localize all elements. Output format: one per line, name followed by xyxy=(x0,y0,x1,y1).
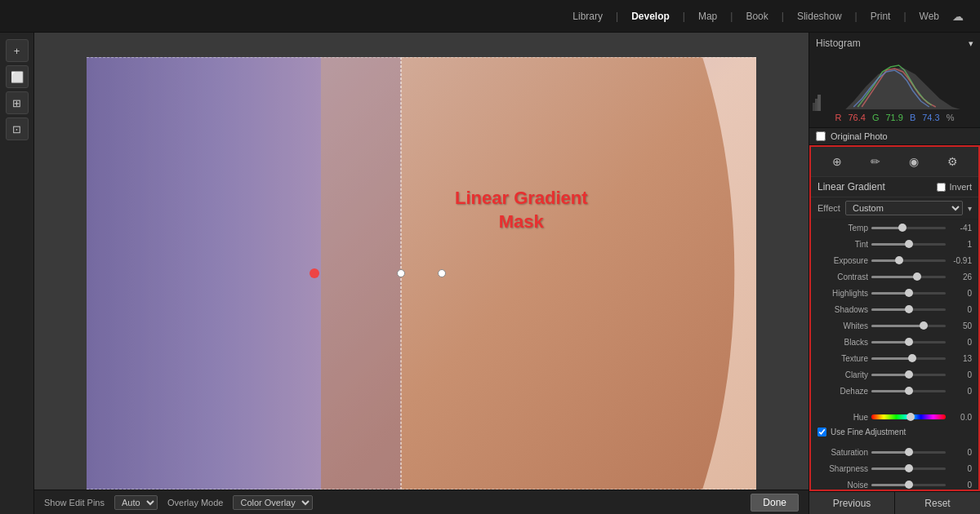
svg-rect-1 xyxy=(815,99,817,111)
hue-slider-row: Hue 0.0 xyxy=(811,409,978,425)
invert-checkbox[interactable] xyxy=(937,183,946,192)
gradient-center-pin[interactable] xyxy=(310,268,319,278)
effect-select[interactable]: Custom xyxy=(845,201,963,215)
nav-web[interactable]: Web xyxy=(920,11,939,22)
slider-value-3: 26 xyxy=(949,273,972,281)
nav-map[interactable]: Map xyxy=(698,11,717,22)
histogram-g-value: 71.9 xyxy=(885,113,902,122)
slider-thumb-10[interactable] xyxy=(905,387,913,395)
slider-thumb-2[interactable] xyxy=(895,256,903,264)
white-balance-tool[interactable]: ⬜ xyxy=(6,65,29,88)
slider-thumb-7[interactable] xyxy=(905,338,913,346)
main-layout: + ⬜ ⊞ ⊡ Linear Gradient Ma xyxy=(0,33,980,514)
gradient-left-point[interactable] xyxy=(397,269,405,277)
slider-track-2[interactable] xyxy=(871,259,946,262)
slider-value-6: 50 xyxy=(949,321,972,330)
original-photo-checkbox[interactable] xyxy=(816,131,826,141)
fine-adjustment-checkbox[interactable] xyxy=(817,428,826,436)
slider-track-1[interactable] xyxy=(871,243,946,246)
cloud-icon: ☁ xyxy=(952,10,964,23)
gradient-right-point[interactable] xyxy=(438,269,446,277)
slider-thumb-5[interactable] xyxy=(905,305,913,313)
histogram-g-label: G xyxy=(872,113,880,122)
show-edit-pins-select[interactable]: Auto xyxy=(114,495,158,510)
slider-row-contrast: Contrast 26 xyxy=(811,268,978,285)
slider-track-extra-12[interactable] xyxy=(871,467,946,470)
overlay-mode-select[interactable]: Color Overlay xyxy=(233,495,313,510)
svg-rect-0 xyxy=(813,103,815,111)
histogram-section: Histogram ▾ xyxy=(809,33,980,128)
slider-thumb-extra-12[interactable] xyxy=(905,464,913,472)
eye-tool-icon[interactable]: ◉ xyxy=(904,152,924,171)
effect-row: Effect Custom ▾ xyxy=(811,197,978,219)
nav-slideshow[interactable]: Slideshow xyxy=(797,11,842,22)
slider-thumb-extra-13[interactable] xyxy=(905,481,913,489)
slider-row-clarity: Clarity 0 xyxy=(811,366,978,383)
effect-label: Effect xyxy=(817,203,840,213)
brush-tool-icon[interactable]: ✏ xyxy=(866,152,885,171)
slider-thumb-3[interactable] xyxy=(913,273,921,281)
histogram-graph xyxy=(813,54,977,111)
crop-tool[interactable]: ⊞ xyxy=(6,91,29,114)
slider-label-2: Exposure xyxy=(817,256,868,265)
slider-thumb-extra-11[interactable] xyxy=(905,448,913,456)
fine-adjustment-row: Use Fine Adjustment xyxy=(811,425,978,439)
slider-thumb-1[interactable] xyxy=(905,240,913,248)
slider-label-10: Dehaze xyxy=(817,387,868,396)
zoom-tool[interactable]: + xyxy=(6,39,29,62)
nav-library[interactable]: Library xyxy=(572,11,603,22)
slider-track-4[interactable] xyxy=(871,292,946,295)
slider-label-1: Tint xyxy=(817,240,868,249)
slider-track-8[interactable] xyxy=(871,357,946,360)
develop-panel: ⊕ ✏ ◉ ⚙ Linear Gradient Invert Effect Cu… xyxy=(809,145,980,491)
heal-tool[interactable]: ⊡ xyxy=(6,117,29,140)
slider-track-7[interactable] xyxy=(871,341,946,343)
slider-track-0[interactable] xyxy=(871,227,946,229)
slider-label-extra-11: Saturation xyxy=(817,448,868,457)
slider-track-extra-11[interactable] xyxy=(871,451,946,454)
linear-gradient-title: Linear Gradient xyxy=(817,181,885,193)
slider-track-extra-13[interactable] xyxy=(871,484,946,486)
slider-label-7: Blacks xyxy=(817,338,868,347)
reset-button[interactable]: Reset xyxy=(895,492,980,514)
slider-value-10: 0 xyxy=(949,387,972,396)
slider-track-6[interactable] xyxy=(871,325,946,327)
histogram-b-label: B xyxy=(910,113,915,122)
slider-row-texture: Texture 13 xyxy=(811,350,978,366)
linear-gradient-header: Linear Gradient Invert xyxy=(811,177,978,197)
slider-label-4: Highlights xyxy=(817,289,868,298)
slider-thumb-9[interactable] xyxy=(905,370,913,379)
done-button[interactable]: Done xyxy=(751,494,799,512)
slider-thumb-0[interactable] xyxy=(898,224,906,232)
bottom-toolbar: Show Edit Pins Auto Overlay Mode Color O… xyxy=(34,490,808,514)
nav-develop[interactable]: Develop xyxy=(631,11,670,22)
mask-tool-icon[interactable]: ⊕ xyxy=(827,152,847,171)
hue-track[interactable] xyxy=(871,414,946,419)
tool-icons-row: ⊕ ✏ ◉ ⚙ xyxy=(811,147,978,177)
slider-track-9[interactable] xyxy=(871,374,946,376)
hue-value: 0.0 xyxy=(949,413,972,422)
slider-label-5: Shadows xyxy=(817,305,868,314)
extra-sliders-container: Saturation 0 Sharpness 0 Noise 0 Moiré xyxy=(811,444,978,491)
nav-print[interactable]: Print xyxy=(871,11,891,22)
hue-thumb[interactable] xyxy=(906,413,915,421)
right-panel: Histogram ▾ xyxy=(808,33,980,514)
slider-thumb-4[interactable] xyxy=(905,289,913,297)
slider-value-extra-11: 0 xyxy=(949,448,972,457)
effect-arrow[interactable]: ▾ xyxy=(968,204,972,213)
slider-row-whites: Whites 50 xyxy=(811,317,978,334)
settings-tool-icon[interactable]: ⚙ xyxy=(942,152,962,171)
slider-track-10[interactable] xyxy=(871,390,946,392)
histogram-header: Histogram ▾ xyxy=(813,36,977,51)
slider-row-highlights: Highlights 0 xyxy=(811,285,978,301)
slider-label-extra-13: Noise xyxy=(817,481,868,490)
nav-book[interactable]: Book xyxy=(746,11,768,22)
slider-value-9: 0 xyxy=(949,370,972,379)
previous-button[interactable]: Previous xyxy=(809,492,895,514)
slider-track-3[interactable] xyxy=(871,276,946,278)
slider-thumb-6[interactable] xyxy=(920,321,928,330)
histogram-expand-icon[interactable]: ▾ xyxy=(969,38,973,49)
slider-track-5[interactable] xyxy=(871,308,946,311)
original-photo-label: Original Photo xyxy=(831,131,888,141)
slider-thumb-8[interactable] xyxy=(908,354,916,362)
